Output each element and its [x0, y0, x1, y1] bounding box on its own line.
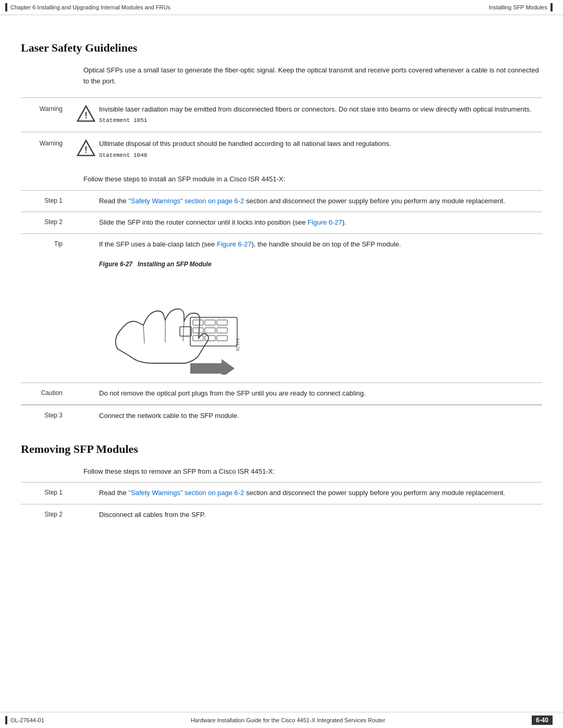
- footer-doc-id: OL-27644-01: [10, 717, 44, 723]
- laser-intro: Optical SFPs use a small laser to genera…: [83, 65, 542, 87]
- chapter-label: Chapter 6 Installing and Upgrading Inter…: [10, 4, 170, 10]
- header-right: Installing SFP Modules: [489, 3, 553, 11]
- svg-line-18: [183, 322, 184, 341]
- laser-step-2-content: Slide the SFP into the router connector …: [99, 217, 542, 228]
- removing-step-1-content: Read the "Safety Warnings" section on pa…: [99, 488, 542, 499]
- warning-triangle-icon: !: [77, 104, 95, 123]
- svg-rect-12: [193, 336, 203, 341]
- caution-row: Caution Do not remove the optical port p…: [21, 382, 542, 405]
- laser-section-title: Laser Safety Guidelines: [21, 41, 542, 55]
- laser-follow-steps: Follow these steps to install an SFP mod…: [83, 174, 542, 185]
- warning-triangle-icon-2: !: [77, 139, 95, 157]
- removing-step-1-link[interactable]: "Safety Warnings" section on page 6-2: [128, 489, 244, 497]
- svg-rect-7: [205, 320, 215, 325]
- page-footer: OL-27644-01 Hardware Installation Guide …: [0, 712, 563, 728]
- svg-rect-6: [193, 320, 203, 325]
- laser-step-3-row: Step 3 Connect the network cable to the …: [21, 405, 542, 427]
- page-header: Chapter 6 Installing and Upgrading Inter…: [0, 0, 563, 15]
- warning-2-label: Warning: [21, 139, 73, 147]
- laser-step-2-link[interactable]: Figure 6-27: [308, 218, 342, 226]
- footer-accent-bar: [5, 716, 7, 724]
- warning-2-icon-col: !: [73, 139, 99, 157]
- caution-label: Caution: [21, 388, 73, 397]
- main-content: Laser Safety Guidelines Optical SFPs use…: [0, 15, 563, 567]
- header-accent-bar: [5, 3, 7, 11]
- svg-line-16: [143, 325, 144, 343]
- tip-link[interactable]: Figure 6-27: [217, 240, 251, 248]
- svg-rect-5: [190, 317, 237, 346]
- laser-step-1-label: Step 1: [21, 196, 73, 204]
- svg-rect-10: [205, 328, 215, 333]
- tip-row: Tip If the SFP uses a bale-clasp latch (…: [21, 233, 542, 255]
- svg-rect-11: [217, 328, 227, 333]
- svg-rect-9: [193, 328, 203, 333]
- laser-step-1-content: Read the "Safety Warnings" section on pa…: [99, 196, 542, 207]
- caution-content: Do not remove the optical port plugs fro…: [99, 388, 542, 399]
- figure-caption: Figure 6-27 Installing an SFP Module: [99, 261, 542, 268]
- laser-step-1-row: Step 1 Read the "Safety Warnings" sectio…: [21, 190, 542, 212]
- figure-image: 94126: [99, 273, 271, 377]
- removing-step-2-row: Step 2 Disconnect all cables from the SF…: [21, 504, 542, 526]
- laser-step-2-label: Step 2: [21, 217, 73, 226]
- warning-2-statement: Statement 1040: [99, 152, 147, 158]
- warning-2-text: Ultimate disposal of this product should…: [99, 139, 542, 161]
- figure-id-text: 94126: [235, 338, 240, 351]
- laser-step-1-link[interactable]: "Safety Warnings" section on page 6-2: [128, 197, 244, 205]
- footer-left: OL-27644-01: [5, 716, 44, 724]
- removing-section-title: Removing SFP Modules: [21, 442, 542, 456]
- laser-step-3-label: Step 3: [21, 411, 73, 419]
- svg-rect-13: [205, 336, 215, 341]
- removing-step-1-row: Step 1 Read the "Safety Warnings" sectio…: [21, 482, 542, 504]
- tip-content: If the SFP uses a bale-clasp latch (see …: [99, 239, 542, 250]
- svg-marker-4: [190, 359, 235, 375]
- svg-text:!: !: [84, 110, 87, 120]
- warning-2-row: Warning ! Ultimate disposal of this prod…: [21, 132, 542, 167]
- removing-follow-steps: Follow these steps to remove an SFP from…: [83, 466, 542, 477]
- laser-step-3-content: Connect the network cable to the SFP mod…: [99, 411, 542, 422]
- footer-center-text: Hardware Installation Guide for the Cisc…: [191, 717, 385, 723]
- warning-1-label: Warning: [21, 104, 73, 113]
- header-left: Chapter 6 Installing and Upgrading Inter…: [5, 3, 170, 11]
- svg-rect-8: [217, 320, 227, 325]
- header-right-bar: [550, 3, 553, 11]
- warning-1-statement: Statement 1051: [99, 117, 147, 124]
- svg-rect-15: [180, 327, 191, 336]
- removing-step-2-content: Disconnect all cables from the SFP.: [99, 510, 542, 521]
- removing-step-1-label: Step 1: [21, 488, 73, 496]
- removing-step-2-label: Step 2: [21, 510, 73, 518]
- page-number-badge: 6-40: [532, 715, 553, 725]
- tip-label: Tip: [21, 239, 73, 248]
- warning-1-icon-col: !: [73, 104, 99, 123]
- svg-rect-14: [217, 336, 227, 341]
- laser-step-2-row: Step 2 Slide the SFP into the router con…: [21, 212, 542, 233]
- figure-section: Figure 6-27 Installing an SFP Module: [99, 261, 542, 377]
- section-label: Installing SFP Modules: [489, 4, 547, 10]
- sfp-diagram: 94126: [102, 276, 268, 375]
- svg-text:!: !: [84, 145, 87, 154]
- warning-1-row: Warning ! Invisible laser radiation may …: [21, 97, 542, 132]
- warning-1-text: Invisible laser radiation may be emitted…: [99, 104, 542, 126]
